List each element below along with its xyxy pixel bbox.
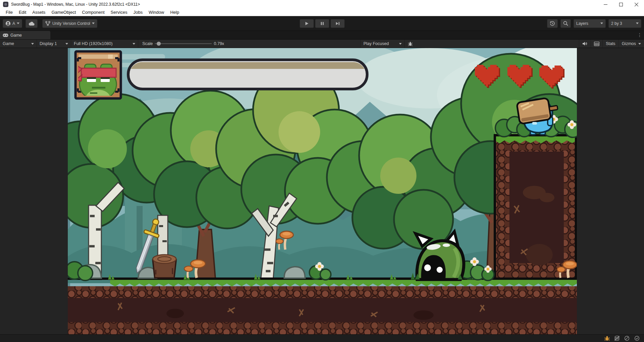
app-icon xyxy=(3,2,8,7)
editor-workspace xyxy=(0,48,644,334)
resolution-dropdown[interactable]: Full HD (1920x1080) xyxy=(71,40,138,48)
pause-button[interactable] xyxy=(315,19,329,28)
cloud-icon xyxy=(28,21,35,26)
account-button[interactable]: A xyxy=(3,19,22,28)
chevron-down-icon xyxy=(92,23,95,24)
close-button[interactable] xyxy=(629,0,644,9)
version-control-label: Unity Version Control xyxy=(52,21,90,26)
cache-server-icon[interactable] xyxy=(612,335,621,342)
speaker-icon xyxy=(582,41,588,46)
scale-control: Scale 0.79x xyxy=(138,40,227,48)
script-warning-bug-icon[interactable] xyxy=(602,335,611,342)
menu-help[interactable]: Help xyxy=(167,9,182,16)
window-title: SwordBug - Map1 - Windows, Mac, Linux - … xyxy=(11,2,140,7)
game-viewport[interactable] xyxy=(68,48,577,334)
history-icon xyxy=(550,21,555,26)
progress-check-icon[interactable] xyxy=(633,335,641,342)
version-control-button[interactable]: Unity Version Control xyxy=(42,19,97,28)
grid-icon xyxy=(594,42,599,46)
search-button[interactable] xyxy=(560,19,571,28)
chevron-down-icon xyxy=(133,43,135,45)
chevron-down-icon xyxy=(65,43,68,45)
minimize-button[interactable] xyxy=(598,0,613,9)
search-icon xyxy=(563,21,568,26)
gizmos-dropdown[interactable]: Gizmos xyxy=(619,40,644,48)
play-focused-dropdown[interactable]: Play Focused xyxy=(360,40,405,48)
cloud-button[interactable] xyxy=(26,19,38,28)
vsync-grid-button[interactable] xyxy=(591,40,602,48)
unity-toolbar: A Unity Version Control xyxy=(0,16,644,31)
menu-edit[interactable]: Edit xyxy=(16,9,29,16)
layers-dropdown[interactable]: Layers xyxy=(574,19,606,28)
play-icon xyxy=(305,22,309,26)
bug-icon xyxy=(408,41,413,46)
account-icon xyxy=(5,21,11,26)
layout-label: 2 by 3 xyxy=(611,21,622,26)
menu-component[interactable]: Component xyxy=(79,9,107,16)
undo-history-button[interactable] xyxy=(547,19,558,28)
menu-gameobject[interactable]: GameObject xyxy=(48,9,79,16)
menu-file[interactable]: File xyxy=(3,9,16,16)
branch-icon xyxy=(45,21,51,26)
resolution-label: Full HD (1920x1080) xyxy=(74,41,112,46)
menu-services[interactable]: Services xyxy=(108,9,131,16)
stats-label: Stats xyxy=(606,41,615,46)
menu-window[interactable]: Window xyxy=(146,9,167,16)
gizmos-label: Gizmos xyxy=(622,41,636,46)
scale-value: 0.79x xyxy=(214,41,224,46)
step-icon xyxy=(335,22,340,26)
player-portrait xyxy=(75,51,121,106)
scale-slider-thumb[interactable] xyxy=(157,42,161,46)
scale-slider[interactable] xyxy=(155,43,212,44)
menu-bar: File Edit Assets GameObject Component Se… xyxy=(0,9,644,16)
tree-stump xyxy=(153,255,176,278)
game-scene xyxy=(68,48,577,334)
menu-jobs[interactable]: Jobs xyxy=(130,9,145,16)
account-label: A xyxy=(12,21,15,26)
chevron-down-icon xyxy=(638,43,641,45)
game-view-toolbar: Game Display 1 Full HD (1920x1080) Scale… xyxy=(0,40,644,48)
chevron-down-icon xyxy=(636,23,639,24)
display-dropdown[interactable]: Display 1 xyxy=(37,40,71,48)
maximize-button[interactable] xyxy=(613,0,629,9)
stats-toggle[interactable]: Stats xyxy=(603,40,618,48)
gamepad-icon xyxy=(3,33,8,37)
view-mode-label: Game xyxy=(3,41,14,46)
scale-label: Scale xyxy=(142,41,153,46)
step-button[interactable] xyxy=(331,19,345,28)
status-bar xyxy=(0,334,644,342)
layout-dropdown[interactable]: 2 by 3 xyxy=(608,19,641,28)
mute-audio-button[interactable] xyxy=(579,40,591,48)
debug-bug-button[interactable] xyxy=(405,40,416,48)
play-button[interactable] xyxy=(300,19,314,28)
collab-disabled-icon[interactable] xyxy=(623,335,631,342)
health-bar xyxy=(128,60,367,89)
tab-game-label: Game xyxy=(10,33,22,38)
tab-game[interactable]: Game xyxy=(0,31,50,39)
layers-label: Layers xyxy=(576,21,588,26)
play-focused-label: Play Focused xyxy=(363,41,389,46)
chevron-down-icon xyxy=(399,43,402,45)
game-panel-tabstrip: Game ⋮ xyxy=(0,31,644,40)
menu-assets[interactable]: Assets xyxy=(29,9,48,16)
chevron-down-icon xyxy=(17,23,19,24)
chevron-down-icon xyxy=(600,23,603,24)
chevron-down-icon xyxy=(31,43,34,45)
pause-icon xyxy=(320,22,324,26)
window-titlebar: SwordBug - Map1 - Windows, Mac, Linux - … xyxy=(0,0,644,9)
view-mode-dropdown[interactable]: Game xyxy=(0,40,37,48)
display-label: Display 1 xyxy=(40,41,57,46)
panel-menu-kebab-icon[interactable]: ⋮ xyxy=(637,32,642,38)
cliff-platform xyxy=(494,134,577,280)
